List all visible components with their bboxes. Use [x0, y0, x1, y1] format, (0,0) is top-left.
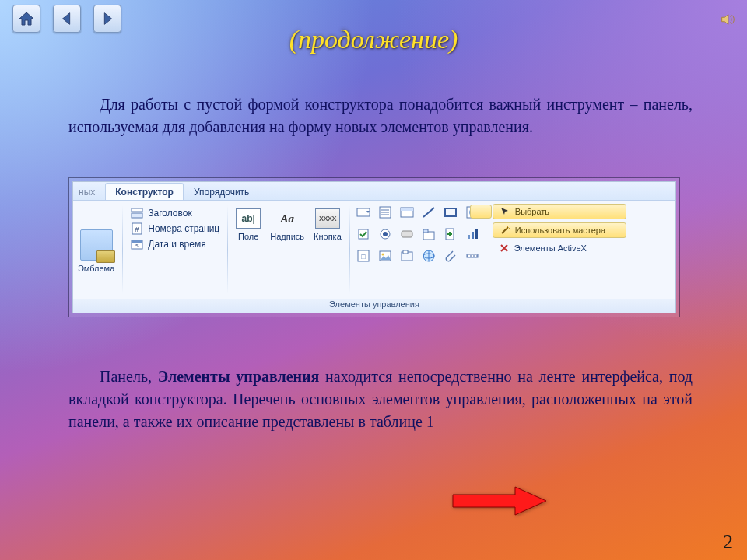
insert-page-icon[interactable] [442, 226, 459, 243]
tab-partial[interactable]: ных [73, 183, 105, 200]
attachment-icon[interactable] [442, 247, 459, 264]
controls-gallery: □ [353, 201, 482, 299]
btn-field[interactable]: ab| Поле [236, 208, 261, 241]
checkbox-icon[interactable] [355, 226, 372, 243]
unbound-object-icon[interactable]: □ [355, 247, 372, 264]
svg-rect-5 [132, 240, 142, 243]
listbox-icon[interactable] [377, 204, 394, 221]
slide-title: (продолжение) [0, 25, 747, 54]
tab-arrange[interactable]: Упорядочить [184, 183, 259, 200]
label-icon: Aa [275, 208, 300, 229]
bold-term: Элементы управления [158, 368, 320, 385]
btn-title[interactable]: Заголовок [131, 207, 219, 219]
combobox-icon[interactable] [355, 204, 372, 221]
cursor-icon [500, 206, 510, 217]
btn-select[interactable]: Выбрать [493, 204, 626, 219]
next-arrow[interactable] [451, 485, 548, 516]
btn-label[interactable]: Aa Надпись [270, 208, 304, 241]
option-icon[interactable] [377, 226, 394, 243]
button-icon: XXXX [315, 208, 340, 229]
svg-point-20 [383, 232, 388, 236]
ribbon-screenshot: ных Конструктор Упорядочить Эмблема Заго… [68, 177, 680, 317]
svg-rect-23 [423, 229, 428, 233]
svg-line-14 [423, 208, 434, 217]
toggle-icon[interactable] [398, 226, 416, 243]
svg-rect-13 [401, 208, 413, 211]
wand-icon [500, 225, 510, 236]
tab-control-icon[interactable] [420, 226, 437, 243]
chart-icon[interactable] [464, 226, 481, 243]
line-icon[interactable] [420, 204, 437, 221]
datetime-icon: 5 [131, 238, 143, 250]
image-icon[interactable] [377, 247, 394, 264]
svg-rect-21 [402, 231, 412, 237]
group-right: Выбрать Использовать мастера Элементы Ac… [489, 201, 630, 299]
hyperlink-icon[interactable] [420, 247, 437, 264]
svg-rect-26 [472, 232, 474, 239]
activex-icon [499, 243, 510, 254]
btn-use-wizard[interactable]: Использовать мастера [493, 222, 626, 238]
group-emblem: Эмблема [73, 201, 119, 299]
svg-text:□: □ [361, 253, 366, 261]
rectangle-icon[interactable] [442, 204, 459, 221]
paragraph-2: Панель, Элементы управления находится не… [68, 366, 693, 433]
svg-rect-1 [132, 213, 142, 218]
pagerule-icon[interactable] [464, 247, 481, 264]
btn-button[interactable]: XXXX Кнопка [314, 208, 342, 241]
textbox-icon: ab| [236, 208, 261, 229]
group-fields: ab| Поле Aa Надпись XXXX Кнопка [231, 201, 346, 299]
btn-page-numbers[interactable]: # Номера страниц [131, 222, 219, 235]
group-caption: Элементы управления [73, 299, 675, 313]
svg-rect-33 [403, 250, 408, 254]
svg-rect-25 [468, 235, 470, 239]
btn-date-time[interactable]: 5 Дата и время [131, 238, 219, 250]
emblem-icon[interactable] [80, 229, 113, 261]
btn-activex[interactable]: Элементы ActiveX [493, 241, 626, 255]
svg-rect-27 [475, 229, 478, 239]
svg-rect-37 [467, 254, 478, 257]
tab-constructor[interactable]: Конструктор [105, 183, 184, 200]
paragraph-1: Для работы с пустой формой конструктора … [68, 93, 693, 138]
svg-rect-15 [445, 208, 456, 216]
page-number: 2 [723, 530, 733, 554]
svg-point-31 [381, 254, 384, 256]
title-icon [131, 207, 143, 219]
red-arrow-icon [451, 485, 548, 516]
subform-icon[interactable] [398, 204, 416, 221]
emblem-label: Эмблема [78, 264, 114, 273]
group-header-items: Заголовок # Номера страниц 5 Дата и врем… [126, 201, 224, 299]
page-number-icon: # [131, 222, 143, 235]
option-group-icon[interactable] [398, 247, 416, 264]
ribbon-tabs: ных Конструктор Упорядочить [73, 182, 675, 201]
svg-text:#: # [135, 226, 139, 233]
svg-rect-0 [132, 208, 142, 212]
svg-rect-18 [359, 229, 368, 239]
